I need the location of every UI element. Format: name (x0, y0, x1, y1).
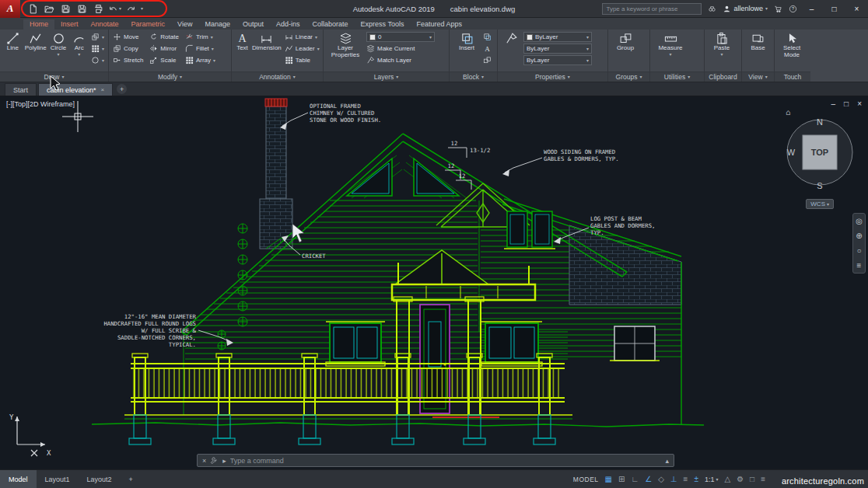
line-button[interactable]: Line (4, 32, 22, 52)
trim-button[interactable]: Trim▾ (185, 32, 215, 42)
viewcube-home-icon[interactable]: ⌂ (786, 108, 790, 117)
tab-express-tools[interactable]: Express Tools (355, 19, 411, 30)
circle-button[interactable]: Circle▾ (50, 32, 68, 57)
draw-panel-label[interactable]: Draw▾ (0, 71, 108, 82)
ellipse-tool-button[interactable]: ▾ (91, 55, 104, 65)
fillet-button[interactable]: Fillet▾ (185, 44, 215, 54)
close-button[interactable]: × (849, 0, 865, 18)
layout1-tab[interactable]: Layout1 (37, 470, 79, 488)
rotate-button[interactable]: Rotate (149, 32, 179, 42)
view-panel-label[interactable]: View▾ (742, 71, 774, 82)
orbit-icon[interactable]: ≡ (857, 261, 862, 270)
utilities-panel-label[interactable]: Utilities▾ (650, 71, 704, 82)
viewcube-south[interactable]: S (817, 181, 822, 190)
tab-annotate[interactable]: Annotate (85, 19, 125, 30)
zoom-icon[interactable]: ○ (856, 246, 861, 255)
insert-button[interactable]: Insert (453, 32, 480, 52)
tab-manage[interactable]: Manage (198, 19, 236, 30)
mirror-button[interactable]: Mirror (149, 44, 179, 54)
measure-button[interactable]: Measure▾ (654, 32, 687, 57)
block-panel-label[interactable]: Block▾ (450, 71, 497, 82)
polyline-button[interactable]: Polyline (25, 32, 47, 52)
base-button[interactable]: Base (746, 32, 770, 52)
polar-tracking-icon[interactable]: ∠ (645, 475, 652, 483)
block-editor-button[interactable] (483, 55, 492, 65)
app-store-cart-icon[interactable] (774, 5, 782, 13)
table-button[interactable]: Table (285, 55, 320, 65)
plot-button[interactable] (92, 2, 105, 16)
file-tab-start[interactable]: Start (5, 83, 37, 96)
undo-button[interactable]: ▾ (108, 2, 121, 16)
tab-addins[interactable]: Add-ins (270, 19, 306, 30)
help-icon[interactable] (789, 5, 797, 13)
match-properties-button[interactable] (502, 32, 520, 45)
group-button[interactable]: Group (612, 32, 639, 52)
cabin-elevation-drawing[interactable]: OPTIONAL FRAMED CHIMNEY W/ CULTURED STON… (0, 96, 868, 469)
new-tab-button[interactable]: + (117, 84, 127, 94)
tab-output[interactable]: Output (236, 19, 270, 30)
tab-parametric[interactable]: Parametric (125, 19, 172, 30)
copy-button[interactable]: Copy (113, 44, 143, 54)
clipboard-panel-label[interactable]: Clipboard (705, 71, 741, 82)
undo-dropdown-icon[interactable]: ▾ (119, 6, 121, 11)
measure-dropdown-icon[interactable]: ▾ (669, 52, 671, 57)
steering-wheel-icon[interactable]: ◎ (856, 217, 863, 225)
dimension-button[interactable]: Dimension (252, 32, 282, 52)
modify-panel-label[interactable]: Modify▾ (109, 71, 231, 82)
grid-icon[interactable]: ▦ (605, 475, 612, 483)
wcs-selector[interactable]: WCS▾ (806, 199, 834, 209)
command-customize-wrench-icon[interactable] (210, 456, 219, 465)
stretch-button[interactable]: Stretch (113, 55, 143, 65)
minimize-button[interactable]: – (803, 0, 820, 18)
help-search-input[interactable] (602, 3, 702, 15)
properties-panel-label[interactable]: Properties▾ (498, 71, 607, 82)
linear-button[interactable]: Linear▾ (285, 32, 320, 42)
clean-screen-icon[interactable]: □ (750, 475, 754, 483)
lineweight-select[interactable]: ByLayer▾ (523, 44, 592, 54)
layers-panel-label[interactable]: Layers▾ (324, 71, 449, 82)
layer-select[interactable]: 0▾ (366, 32, 435, 42)
object-color-select[interactable]: ByLayer▾ (523, 32, 592, 42)
model-space-label[interactable]: MODEL (573, 476, 599, 483)
qat-customize-icon[interactable]: ▾ (141, 6, 143, 11)
rectangle-tool-button[interactable]: ▾ (91, 32, 104, 42)
paste-button[interactable]: Paste▾ (709, 32, 735, 57)
redo-button[interactable] (124, 2, 138, 16)
viewcube[interactable]: TOP N W S ⌂ (781, 101, 859, 199)
viewport-controls-label[interactable]: [-][Top][2D Wireframe] (6, 100, 75, 108)
open-button[interactable] (43, 2, 56, 16)
search-binoculars-icon[interactable] (708, 5, 716, 13)
application-menu-button[interactable]: A (0, 0, 20, 18)
dynamic-input-icon[interactable]: ± (694, 475, 698, 483)
save-as-button[interactable] (75, 2, 89, 16)
touch-panel-label[interactable]: Touch (775, 71, 810, 82)
make-current-button[interactable]: Make Current (366, 44, 435, 54)
leader-button[interactable]: Leader▾ (285, 44, 320, 54)
maximize-button[interactable]: □ (826, 0, 842, 18)
annotation-panel-label[interactable]: Annotation▾ (232, 71, 323, 82)
annotation-scale-control[interactable]: 1:1▾ (705, 476, 719, 483)
isodraft-icon[interactable]: ◇ (658, 475, 664, 483)
scale-button[interactable]: Scale (149, 55, 179, 65)
tab-view[interactable]: View (171, 19, 198, 30)
viewcube-north[interactable]: N (817, 117, 823, 127)
text-button[interactable]: Text (236, 32, 249, 52)
tab-collaborate[interactable]: Collaborate (306, 19, 355, 30)
tab-close-icon[interactable]: × (101, 86, 105, 93)
pan-icon[interactable]: ⊕ (856, 232, 862, 240)
layout2-tab[interactable]: Layout2 (79, 470, 121, 488)
workspace-gear-icon[interactable]: ⚙ (737, 475, 744, 483)
object-snap-icon[interactable]: ⊥ (670, 475, 677, 483)
circle-dropdown-icon[interactable]: ▾ (57, 52, 59, 57)
snap-icon[interactable]: ⊞ (618, 475, 625, 483)
hatch-tool-button[interactable]: ▾ (91, 44, 104, 54)
file-tab-cabin-elevation[interactable]: cabin elevation*× (38, 83, 113, 96)
paste-dropdown-icon[interactable]: ▾ (720, 52, 723, 57)
create-block-button[interactable] (483, 32, 492, 42)
tab-featured-apps[interactable]: Featured Apps (410, 19, 468, 30)
arc-dropdown-icon[interactable]: ▾ (78, 52, 80, 57)
move-button[interactable]: Move (113, 32, 143, 42)
model-tab[interactable]: Model (0, 470, 37, 488)
ortho-icon[interactable]: ∟ (631, 475, 639, 483)
match-layer-button[interactable]: Match Layer (366, 55, 435, 65)
